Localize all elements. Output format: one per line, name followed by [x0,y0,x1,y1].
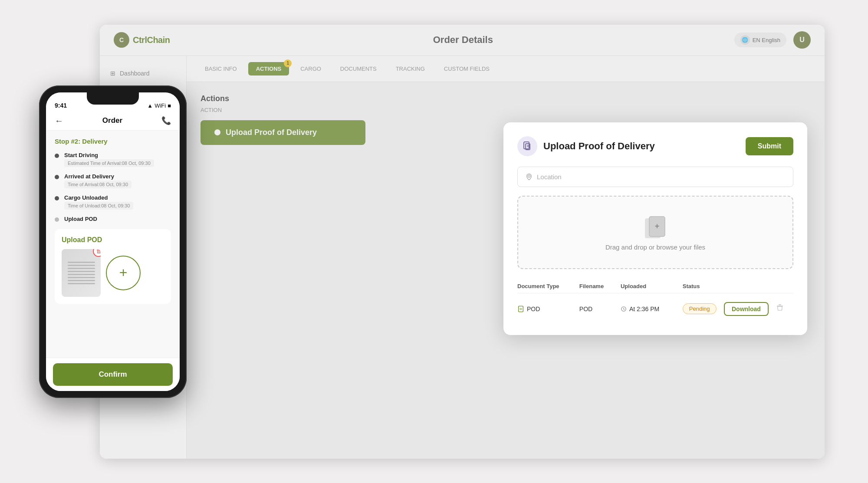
trash-icon [776,304,784,312]
thumb-lines [68,262,95,284]
doc-type-value: POD [527,306,540,312]
timeline-dot-2 [55,175,59,179]
timeline-row-label-2: Time of Arrival: [68,182,99,187]
thumb-line-7 [68,280,95,281]
timeline-item-4: Upload POD [55,216,171,223]
col-filename: Filename [579,283,621,289]
cell-delete [776,304,793,314]
file-icon [517,306,524,312]
thumb-line-4 [68,271,95,272]
back-button[interactable]: ← [55,116,63,126]
stop-label: Stop #2: Delivery [55,138,171,145]
svg-rect-13 [779,305,781,306]
col-status: Status [683,283,724,289]
drop-zone-icon: + [641,214,669,243]
svg-point-4 [528,175,530,177]
download-button[interactable]: Download [724,302,769,316]
thumb-line-6 [68,277,95,278]
thumb-line-8 [68,283,95,284]
thumb-line-2 [68,265,95,266]
cell-filename: POD [579,306,621,312]
timeline-row-label-3: Time of Unload: [68,203,101,208]
signal-icon: ▲ [147,102,153,109]
timeline-row-value-2: 08 Oct, 09:30 [99,182,128,187]
thumb-line-5 [68,274,95,275]
battery-icon: ■ [168,102,171,109]
thumb-line-1 [68,262,95,263]
timeline-title-4: Upload POD [64,216,97,222]
col-action [724,283,776,289]
location-icon [526,173,533,180]
drop-zone[interactable]: + Drag and drop or browse your files [517,196,793,269]
timeline-item-2: Arrived at Delivery Time of Arrival: 08 … [55,173,171,188]
timeline-item-3: Cargo Unloaded Time of Unload: 08 Oct, 0… [55,194,171,210]
phone-status-icons: ▲ WiFi ■ [147,102,171,109]
modal-title-area: Upload Proof of Delivery [517,136,655,156]
table-row: POD POD At 2:36 PM Pending [517,297,793,321]
timeline-row-value-1: 08 Oct, 09:30 [122,161,151,166]
timeline-item-1: Start Driving Estimated Time of Arrival:… [55,152,171,167]
timeline-row-2: Time of Arrival: 08 Oct, 09:30 [64,181,132,188]
phone-header: ← Order 📞 [46,112,180,131]
phone-time: 9:41 [55,102,67,109]
phone-frame: 9:41 ▲ WiFi ■ ← Order 📞 Stop #2: Deliver… [39,85,187,398]
svg-text:+: + [655,222,660,230]
timeline-row-1: Estimated Time of Arrival: 08 Oct, 09:30 [64,159,154,167]
browser-bg: C CtrlChain Order Details 🌐 EN English U… [100,25,825,459]
timeline-row-value-3: 08 Oct, 09:30 [101,203,130,208]
main-wrapper: C CtrlChain Order Details 🌐 EN English U… [43,25,825,459]
thumb-preview [62,249,101,297]
uploaded-thumb-1: 🗑 [62,249,101,297]
add-more-button[interactable]: + [106,256,141,290]
clock-icon [621,306,627,312]
phone-screen: 9:41 ▲ WiFi ■ ← Order 📞 Stop #2: Deliver… [46,92,180,391]
timeline-title-3: Cargo Unloaded [64,194,133,201]
file-table-header: Document Type Filename Uploaded Status [517,279,793,293]
timeline-content-1: Start Driving Estimated Time of Arrival:… [64,152,154,167]
modal-box: Upload Proof of Delivery Submit Location [503,122,807,335]
phone-order-title: Order [102,116,122,125]
modal-header: Upload Proof of Delivery Submit [517,136,793,156]
upload-pod-title: Upload POD [62,236,164,244]
col-delete [776,283,793,289]
col-doc-type: Document Type [517,283,579,289]
phone-footer: Confirm [46,358,180,391]
phone-content: Stop #2: Delivery Start Driving Estimate… [46,131,180,358]
cell-doc-type: POD [517,306,579,312]
upload-images-area: 🗑 [62,249,164,297]
svg-rect-8 [519,306,523,312]
phone-wrapper: 9:41 ▲ WiFi ■ ← Order 📞 Stop #2: Deliver… [39,85,187,398]
upload-pod-section: Upload POD 🗑 [55,229,171,304]
cell-status: Pending [683,303,724,314]
confirm-button[interactable]: Confirm [53,363,173,386]
timeline-content-4: Upload POD [64,216,97,223]
thumb-line-3 [68,268,95,269]
location-placeholder: Location [537,173,562,181]
phone-notch [87,92,139,105]
timeline-content-2: Arrived at Delivery Time of Arrival: 08 … [64,173,132,188]
timeline-row-label-1: Estimated Time of Arrival: [68,161,122,166]
modal-icon-bg [517,136,537,156]
timeline-content-3: Cargo Unloaded Time of Unload: 08 Oct, 0… [64,194,133,210]
filename-value: POD [579,306,592,312]
timeline-dot-4 [55,217,59,222]
timeline-dot-1 [55,154,59,158]
pod-document-icon [522,141,533,151]
timeline-title-2: Arrived at Delivery [64,173,132,180]
status-badge: Pending [683,303,717,314]
location-input[interactable]: Location [517,167,793,187]
timeline-row-3: Time of Unload: 08 Oct, 09:30 [64,202,133,210]
cell-download: Download [724,302,776,316]
delete-file-button[interactable] [776,304,784,314]
timeline-dot-3 [55,196,59,200]
modal-overlay: Upload Proof of Delivery Submit Location [100,25,825,459]
call-icon[interactable]: 📞 [161,116,171,125]
timeline-title-1: Start Driving [64,152,154,158]
submit-button[interactable]: Submit [746,137,793,155]
col-uploaded: Uploaded [621,283,683,289]
wifi-icon: WiFi [155,102,166,109]
uploaded-value: At 2:36 PM [629,306,659,312]
drop-text: Drag and drop or browse your files [605,243,705,251]
cell-uploaded: At 2:36 PM [621,306,683,312]
modal-title: Upload Proof of Delivery [543,141,655,152]
